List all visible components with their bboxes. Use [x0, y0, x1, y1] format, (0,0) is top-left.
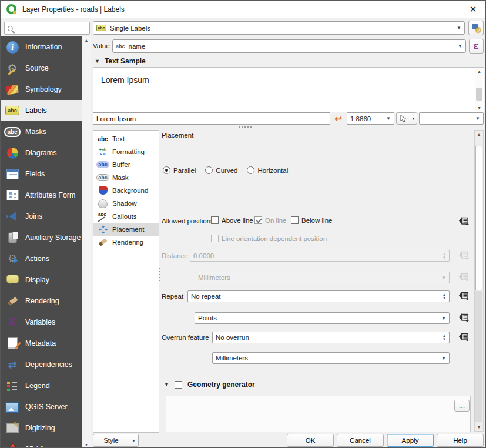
- chevron-down-icon: ▼: [439, 275, 446, 280]
- geometry-generator-ellipsis-button[interactable]: …: [454, 400, 470, 412]
- checkbox-below-line[interactable]: Below line: [291, 216, 332, 224]
- sidebar-item-3d-view[interactable]: 3D View: [1, 439, 82, 448]
- sidebar-item-label: Metadata: [25, 339, 56, 347]
- repeat-spinbox[interactable]: No repeat ▲▼: [187, 290, 450, 302]
- chevron-down-icon[interactable]: ▼: [129, 434, 138, 446]
- text-sample-header[interactable]: ▼ Text Sample: [95, 57, 146, 65]
- scale-value: 1:8860: [350, 115, 371, 122]
- tab-text[interactable]: Text: [93, 132, 159, 145]
- repeat-units-select[interactable]: Points ▼: [195, 312, 450, 324]
- tab-label: Placement: [112, 226, 144, 233]
- checkbox-on-line[interactable]: On line: [254, 216, 286, 224]
- value-field-select[interactable]: abc name ▼: [112, 39, 466, 53]
- radio-parallel[interactable]: Parallel: [163, 166, 196, 174]
- sidebar-item-fields[interactable]: Fields: [1, 163, 82, 185]
- sidebar-scrollbar[interactable]: ▲ ▼: [82, 36, 91, 448]
- tab-rendering[interactable]: Rendering: [93, 236, 159, 249]
- sidebar-item-joins[interactable]: Joins: [1, 206, 82, 227]
- sidebar: Information Source Symbology Labels Mask…: [1, 36, 82, 448]
- tab-shadow[interactable]: Shadow: [93, 197, 159, 210]
- apply-button[interactable]: Apply: [387, 434, 434, 447]
- tab-buffer[interactable]: Buffer: [93, 158, 159, 171]
- radio-label: Curved: [216, 167, 237, 174]
- set-scale-from-map-button[interactable]: ▼: [396, 112, 417, 125]
- checkbox-icon: [254, 216, 262, 224]
- scroll-down-icon[interactable]: ▼: [82, 443, 91, 447]
- sidebar-item-actions[interactable]: Actions: [1, 248, 82, 269]
- scroll-up-icon[interactable]: ▲: [82, 38, 91, 42]
- sidebar-item-digitizing[interactable]: Digitizing: [1, 417, 82, 439]
- sidebar-item-symbology[interactable]: Symbology: [1, 79, 82, 100]
- labeling-mode-select[interactable]: abc Single Labels ▼: [93, 21, 465, 35]
- sidebar-item-variables[interactable]: Variables: [1, 312, 82, 333]
- sample-text-input[interactable]: [93, 112, 330, 125]
- data-defined-override-distance-units[interactable]: [457, 270, 471, 282]
- spin-buttons[interactable]: ▲▼: [440, 332, 446, 343]
- sidebar-item-source[interactable]: Source: [1, 58, 82, 79]
- data-defined-override-repeat[interactable]: [457, 289, 471, 301]
- chevron-down-icon[interactable]: ▼: [410, 113, 417, 124]
- scroll-down-icon[interactable]: ▼: [475, 425, 483, 429]
- tab-mask[interactable]: Mask: [93, 171, 159, 184]
- scroll-up-icon[interactable]: ▲: [475, 132, 483, 136]
- spin-buttons[interactable]: ▲▼: [440, 291, 446, 302]
- scrollbar-thumb[interactable]: [476, 88, 482, 101]
- 3d-view-icon: [5, 442, 19, 448]
- geometry-generator-header[interactable]: ▼ Geometry generator: [164, 380, 255, 389]
- help-button[interactable]: Help: [437, 434, 484, 447]
- data-defined-override-distance[interactable]: [457, 249, 471, 260]
- sidebar-item-legend[interactable]: Legend: [1, 375, 82, 396]
- font-preset-select[interactable]: ▼: [419, 112, 484, 125]
- checkbox-line-orientation[interactable]: Line orientation dependent position: [211, 235, 327, 242]
- checkbox-above-line[interactable]: Above line: [211, 216, 253, 224]
- overrun-spinbox[interactable]: No overrun ▲▼: [212, 332, 450, 343]
- sidebar-item-dependencies[interactable]: Dependencies: [1, 354, 82, 375]
- overrun-units-select[interactable]: Millimeters ▼: [212, 352, 450, 364]
- radio-horizontal[interactable]: Horizontal: [247, 166, 288, 174]
- placement-scrollbar[interactable]: ▲ ▼: [474, 130, 484, 432]
- radio-curved[interactable]: Curved: [205, 166, 237, 174]
- tab-label: Text: [112, 135, 125, 142]
- distance-units-select[interactable]: Millimeters ▼: [195, 272, 450, 283]
- sidebar-item-diagrams[interactable]: Diagrams: [1, 142, 82, 163]
- layer-properties-dialog: Layer Properties - roads | Labels ✕ Info…: [0, 0, 486, 448]
- expression-builder-button[interactable]: Ɛ: [469, 39, 484, 54]
- sidebar-item-qgis-server[interactable]: QGIS Server: [1, 396, 82, 417]
- search-input[interactable]: [16, 25, 86, 32]
- scrollbar-track[interactable]: [475, 291, 482, 422]
- collapse-triangle-icon: ▼: [164, 382, 169, 387]
- tab-formatting[interactable]: Formatting: [93, 145, 159, 158]
- sidebar-item-information[interactable]: Information: [1, 36, 82, 58]
- text-sample-preview: Lorem Ipsum ▲ ▼: [93, 67, 484, 112]
- sidebar-item-metadata[interactable]: Metadata: [1, 333, 82, 354]
- data-defined-override-allowed-positions[interactable]: [457, 215, 471, 226]
- geometry-generator-checkbox[interactable]: [175, 381, 182, 389]
- splitter-handle[interactable]: [239, 126, 256, 128]
- automated-placement-settings-button[interactable]: ⚙: [468, 21, 484, 35]
- sidebar-item-labels[interactable]: Labels: [1, 100, 82, 121]
- data-defined-override-overrun[interactable]: [457, 330, 471, 342]
- sidebar-item-auxiliary-storage[interactable]: Auxiliary Storage: [1, 227, 82, 248]
- tab-placement[interactable]: Placement: [93, 223, 159, 236]
- sidebar-item-display[interactable]: Display: [1, 269, 82, 290]
- background-tab-icon: [96, 186, 109, 196]
- sidebar-item-masks[interactable]: Masks: [1, 121, 82, 142]
- data-defined-override-repeat-units[interactable]: [457, 311, 471, 323]
- geometry-generator-expression-area[interactable]: [166, 396, 471, 432]
- style-menu-button[interactable]: Style ▼: [93, 434, 139, 447]
- cancel-button[interactable]: Cancel: [337, 434, 384, 447]
- ok-button[interactable]: OK: [287, 434, 334, 447]
- reset-sample-button[interactable]: ↩: [331, 112, 345, 125]
- close-icon[interactable]: ✕: [467, 4, 480, 15]
- tab-callouts[interactable]: Callouts: [93, 210, 159, 223]
- tab-background[interactable]: Background: [93, 184, 159, 197]
- distance-spinbox[interactable]: 0.0000 ▲▼: [190, 250, 450, 262]
- scroll-down-icon[interactable]: ▼: [475, 106, 483, 110]
- scrollbar-thumb[interactable]: [475, 146, 482, 290]
- preview-scale-select[interactable]: 1:8860 ▼: [347, 112, 394, 125]
- sidebar-item-rendering[interactable]: Rendering: [1, 290, 82, 312]
- sidebar-item-attributes-form[interactable]: Attributes Form: [1, 185, 82, 206]
- preview-scrollbar[interactable]: ▲ ▼: [475, 68, 483, 111]
- spin-buttons[interactable]: ▲▼: [440, 250, 446, 261]
- scroll-up-icon[interactable]: ▲: [475, 69, 483, 73]
